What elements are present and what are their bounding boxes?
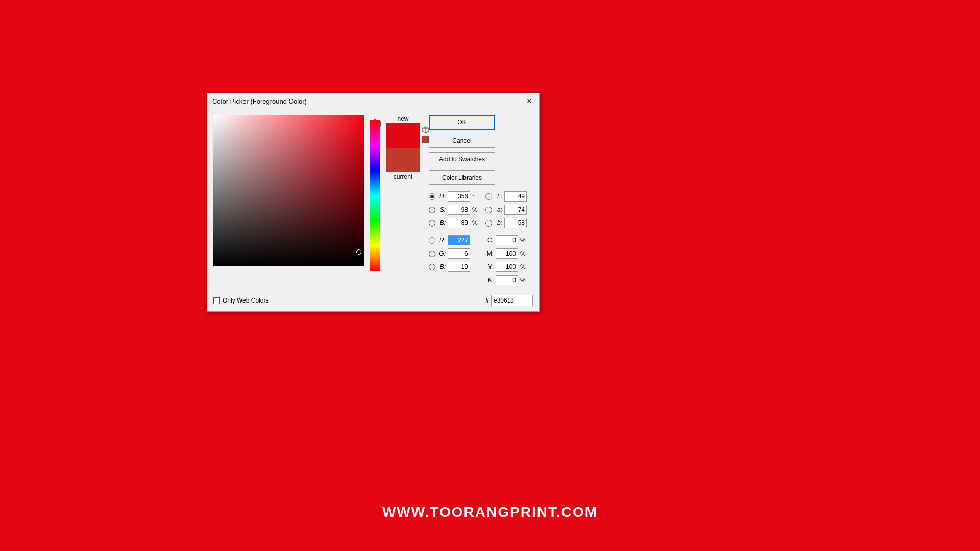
only-web-colors-checkbox[interactable] [213, 297, 220, 304]
radio-S[interactable] [429, 207, 435, 213]
hsb-rgb-fields: H: ° S: % B: [429, 191, 479, 286]
only-web-colors-container[interactable]: Only Web Colors [213, 297, 268, 304]
radio-L[interactable] [485, 193, 492, 200]
dialog-title: Color Picker (Foreground Color) [212, 97, 307, 105]
input-blue[interactable] [448, 262, 470, 272]
label-H: H: [437, 193, 446, 200]
color-gradient-picker[interactable] [213, 115, 364, 266]
label-M: M: [485, 250, 494, 257]
input-M[interactable] [496, 248, 518, 259]
spacer2 [485, 231, 527, 233]
radio-blue[interactable] [429, 264, 435, 270]
gradient-dark-overlay [213, 115, 364, 266]
right-panel: OK Cancel Add to Swatches Color Librarie… [429, 115, 527, 286]
hue-slider-arrow [377, 121, 381, 127]
color-preview-section: new [386, 115, 420, 180]
unit-M: % [520, 250, 527, 257]
label-L: L: [494, 193, 502, 200]
field-row-a: a: [485, 204, 527, 215]
close-button[interactable]: ✕ [525, 96, 534, 106]
watermark: WWW.TOORANGPRINT.COM [382, 504, 598, 520]
radio-G[interactable] [429, 251, 435, 257]
input-Y[interactable] [496, 262, 518, 272]
left-section: new [213, 115, 420, 286]
current-label: current [394, 173, 412, 180]
field-row-B: B: % [429, 217, 479, 229]
new-label: new [397, 115, 408, 122]
input-B[interactable] [448, 218, 470, 228]
radio-b-lab[interactable] [485, 220, 492, 227]
input-L[interactable] [504, 191, 527, 202]
label-B: B: [437, 219, 446, 227]
input-R[interactable] [448, 235, 470, 245]
spacer [429, 231, 479, 233]
field-row-Y: Y: % [485, 261, 527, 272]
label-a: a: [494, 206, 502, 213]
input-G[interactable] [448, 248, 470, 259]
radio-a[interactable] [485, 207, 492, 213]
input-H[interactable] [448, 191, 470, 202]
hue-slider-section [367, 115, 382, 271]
title-bar: Color Picker (Foreground Color) ✕ [207, 93, 539, 109]
fields-container: H: ° S: % B: [429, 191, 527, 286]
input-K[interactable] [496, 275, 518, 285]
label-K: K: [485, 277, 494, 284]
unit-K: % [520, 277, 527, 284]
unit-S: % [472, 206, 479, 213]
label-S: S: [437, 206, 446, 213]
label-blue: B: [437, 263, 446, 270]
field-row-H: H: ° [429, 191, 479, 202]
only-web-colors-label: Only Web Colors [223, 297, 268, 304]
input-S[interactable] [448, 205, 470, 215]
dialog-body: new [207, 109, 539, 292]
color-libraries-button[interactable]: Color Libraries [429, 170, 495, 185]
hue-slider[interactable] [370, 120, 380, 271]
label-b-lab: b: [494, 219, 502, 227]
input-a[interactable] [504, 205, 527, 215]
unit-Y: % [520, 263, 527, 270]
input-C[interactable] [496, 235, 518, 245]
radio-H[interactable] [429, 193, 435, 200]
bottom-row: Only Web Colors # [207, 292, 539, 311]
field-row-C: C: % [485, 235, 527, 246]
radio-B[interactable] [429, 220, 435, 227]
small-color-icon[interactable] [422, 136, 429, 143]
label-Y: Y: [485, 263, 494, 270]
field-row-S: S: % [429, 204, 479, 215]
label-G: G: [437, 250, 446, 257]
ok-button[interactable]: OK [429, 115, 495, 130]
color-picker-dialog: Color Picker (Foreground Color) ✕ [207, 93, 540, 312]
field-row-L: L: [485, 191, 527, 202]
field-row-R: R: [429, 235, 479, 246]
new-color-swatch[interactable] [386, 123, 420, 148]
label-C: C: [485, 237, 494, 244]
hex-input[interactable] [491, 295, 533, 306]
field-row-K: K: % [485, 274, 527, 286]
radio-R[interactable] [429, 237, 435, 244]
picker-row: new [213, 115, 420, 271]
unit-C: % [520, 237, 527, 244]
label-R: R: [437, 237, 446, 244]
field-row-blue: B: [429, 261, 479, 272]
unit-B: % [472, 219, 479, 227]
cancel-button[interactable]: Cancel [429, 134, 495, 148]
add-to-swatches-button[interactable]: Add to Swatches [429, 152, 495, 166]
field-row-G: G: [429, 248, 479, 259]
current-color-swatch[interactable] [386, 148, 420, 172]
unit-H: ° [472, 193, 479, 200]
field-row-M: M: % [485, 248, 527, 259]
lab-cmyk-fields: L: a: b: [485, 191, 527, 286]
cube-icon[interactable] [422, 126, 430, 134]
swatch-icons [422, 126, 430, 143]
hex-symbol: # [485, 297, 489, 305]
hex-container: # [485, 295, 533, 306]
field-row-b: b: [485, 217, 527, 229]
input-b-lab[interactable] [504, 218, 527, 228]
swatch-container [386, 123, 420, 172]
